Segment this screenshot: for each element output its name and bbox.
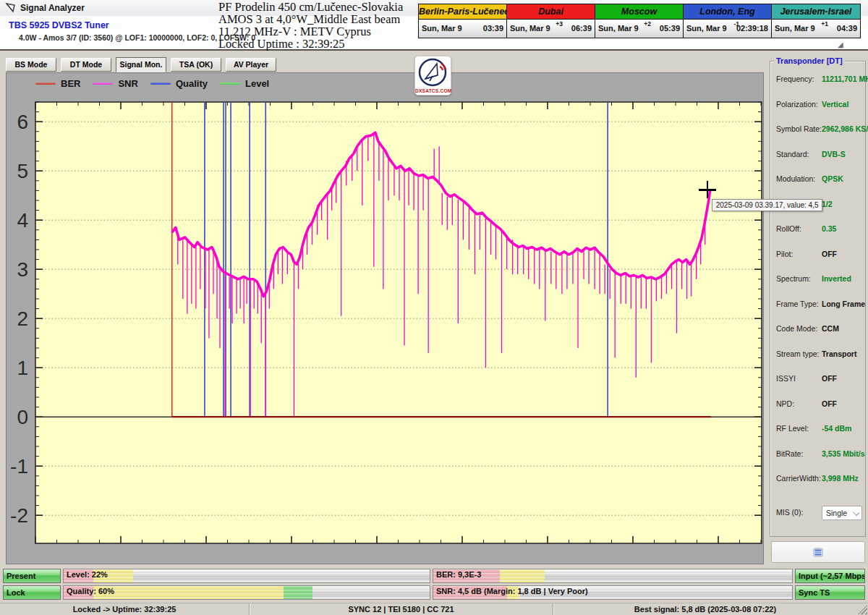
svg-text:2: 2 (17, 308, 28, 330)
tab-av-player[interactable]: AV Player (226, 58, 276, 72)
svg-text:5: 5 (17, 160, 28, 182)
transponder-label: Symbol Rate: (776, 124, 822, 133)
status-box-lock: Lock (3, 585, 61, 600)
transponder-row: Symbol Rate:2962,986 KS/s (776, 124, 863, 135)
tab-tsa-ok-[interactable]: TSA (OK) (171, 58, 221, 72)
clock-utc-offset: +1 (821, 20, 828, 27)
clock-date: Sun, Mar 9 (775, 24, 815, 33)
svg-text:4: 4 (17, 209, 28, 232)
transponder-label: RF Level: (776, 424, 809, 433)
bar-label: BER: 9,3E-3 (436, 570, 481, 579)
clock-time: 02:39:18 (736, 24, 768, 33)
tab-bs-mode[interactable]: BS Mode (6, 58, 56, 72)
transponder-value: Transport (822, 349, 856, 358)
clock-date: Sun, Mar 9 (422, 24, 462, 33)
transponder-value: Long Frame (822, 300, 865, 308)
clock-city-label: Dubai (507, 4, 595, 20)
clock-utc-offset: +3 (556, 20, 563, 27)
transponder-label: Code Mode: (776, 324, 817, 333)
station-description-line: Locked Uptime : 32:39:25 (218, 38, 425, 50)
header-area: Signal Analyzer TBS 5925 DVBS2 Tuner 4.0… (0, 0, 868, 51)
svg-text:3: 3 (17, 258, 28, 281)
tab-dt-mode[interactable]: DT Mode (61, 58, 111, 72)
transponder-row: Pilot:OFF (776, 250, 863, 260)
logo-text: DXSATCS.COM (415, 88, 451, 93)
bar-texture (64, 569, 430, 582)
clock-time: 06:39 (571, 24, 592, 33)
transponder-value: 0.35 (822, 224, 836, 233)
signal-chart-frame: BERSNRQualityLevel -2-10123456 (6, 72, 764, 564)
clock-date: Sun, Mar 9 (686, 24, 727, 33)
transponder-value: Vertical (822, 100, 848, 109)
transport-stream-button[interactable] (771, 541, 865, 563)
clock-city-label: Jerusalem-Israel (772, 4, 860, 20)
transponder-row: CarrierWidth:3,998 MHz (776, 474, 863, 484)
statusbar-section: SYNC 12 | TEI 5180 | CC 721 (250, 603, 553, 615)
bar-texture (433, 569, 792, 582)
status-box-sync-ts: Sync TS (795, 585, 865, 600)
transponder-label: Pilot: (776, 250, 793, 258)
transponder-value: 2962,986 KS/s (822, 124, 868, 133)
transponder-value: 3,535 Mbit/s (822, 449, 865, 458)
transponder-value: 1/2 (822, 200, 833, 208)
world-clocks: Berlin-Paris-LučenecSun, Mar 903:39Dubai… (418, 4, 861, 38)
transponder-label: NPD: (776, 399, 794, 408)
clock-time: 03:39 (483, 24, 503, 33)
transponder-row: Standard:DVB-S (776, 150, 863, 160)
clock-time: 05:39 (660, 24, 680, 33)
transponder-label: BitRate: (776, 449, 803, 458)
statusbar-section: Best signal: 5,8 dB (2025-03-08 07:22) (553, 603, 857, 615)
transponder-row: Modulation:QPSK (776, 174, 863, 184)
transponder-value: -54 dBm (822, 424, 851, 433)
svg-text:1: 1 (17, 357, 28, 379)
clock-dubai: DubaiSun, Mar 9+306:39 (507, 4, 595, 38)
mode-tabs: BS ModeDT ModeSignal Mon.TSA (OK)AV Play… (6, 58, 276, 72)
crosshair-cursor-icon (707, 181, 708, 198)
transponder-panel-title: Transponder [DT] (774, 56, 845, 65)
mis-label: MIS (0): (776, 508, 803, 517)
transponder-value: OFF (822, 399, 837, 408)
satellite-dish-icon (5, 2, 17, 14)
clock-city-label: London, Eng (684, 4, 771, 20)
transponder-label: RollOff: (776, 224, 801, 233)
clock-utc-offset: +2 (644, 20, 651, 27)
transponder-value: QPSK (822, 174, 843, 183)
transponder-row: RF Level:-54 dBm (776, 424, 863, 434)
bar-texture (64, 586, 430, 599)
transponder-row: Spectrum:Inverted (776, 274, 863, 284)
transponder-value: DVB-S (822, 150, 846, 158)
station-description-line: AMOS 3 at 4,0°W_Middle East beam (218, 13, 425, 25)
transponder-label: Modulation: (776, 174, 815, 183)
transponder-row: Polarization:Vertical (776, 100, 863, 110)
transponder-value: Inverted (822, 274, 851, 283)
status-box-present: Present (3, 569, 61, 583)
clock-date: Sun, Mar 9 (510, 24, 550, 33)
clock-date: Sun, Mar 9 (598, 24, 639, 33)
svg-text:-2: -2 (10, 504, 28, 527)
tab-signal-mon-[interactable]: Signal Mon. (116, 57, 166, 72)
transponder-label: Stream type: (776, 349, 820, 358)
mis-dropdown[interactable]: Single (822, 506, 862, 520)
transponder-row: RollOff:0.35 (776, 224, 863, 234)
statusbar-section: Locked -> Uptime: 32:39:25 (0, 603, 250, 615)
station-description-line: PF Prodelin 450 cm/Lučenec-Slovakia (218, 1, 425, 13)
clock-berlin-paris-lu-enec: Berlin-Paris-LučenecSun, Mar 903:39 (419, 4, 507, 38)
signal-bar-ber: BER: 9,3E-3 (433, 569, 793, 583)
svg-text:0: 0 (17, 406, 28, 428)
status-bar: Locked -> Uptime: 32:39:25SYNC 12 | TEI … (0, 603, 868, 615)
clock-city-label: Moscow (595, 4, 683, 20)
signal-bar-quality: Quality: 60% (63, 585, 430, 600)
station-description-line: 11 212 MHz-V : METV Cyprus (218, 25, 425, 38)
clock-grip-icon: ◢ (838, 41, 843, 48)
clock-city-label: Berlin-Paris-Lučenec (419, 4, 506, 20)
transponder-row: Stream type:Transport (776, 349, 863, 360)
transponder-label: Frequency: (776, 75, 814, 83)
transponder-value: CCM (822, 324, 839, 333)
clock-london-eng: London, EngSun, Mar 9-102:39:18 (684, 4, 772, 38)
svg-text:6: 6 (17, 111, 28, 133)
status-box-input-mbps-: Input (~2,57 Mbps) (795, 569, 865, 583)
transponder-label: Standard: (776, 150, 809, 158)
bar-label: Quality: 60% (67, 587, 114, 595)
svg-text:-1: -1 (10, 455, 28, 478)
transponder-label: Spectrum: (776, 274, 811, 283)
